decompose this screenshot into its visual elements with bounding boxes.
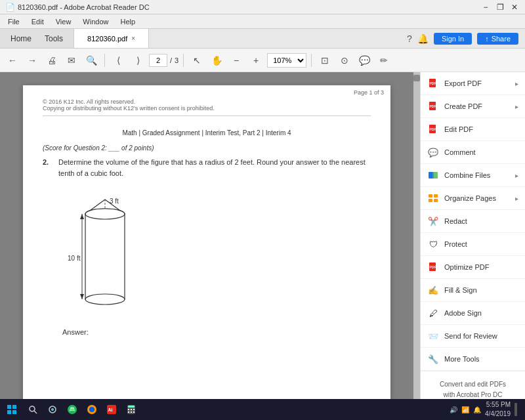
menu-file[interactable]: File bbox=[3, 16, 25, 27]
send-review-icon: 📨 bbox=[427, 330, 439, 342]
panel-adobe-sign[interactable]: 🖊 Adobe Sign bbox=[421, 302, 525, 325]
spotify-icon bbox=[67, 404, 77, 415]
search-taskbar-icon bbox=[28, 405, 37, 414]
panel-send-review[interactable]: 📨 Send for Review bbox=[421, 325, 525, 348]
optimize-label: Optimize PDF bbox=[444, 263, 518, 271]
panel-fill-sign[interactable]: ✍️ Fill & Sign bbox=[421, 279, 525, 302]
panel-combine[interactable]: Combine Files ▸ bbox=[421, 164, 525, 187]
organize-arrow: ▸ bbox=[515, 195, 518, 202]
firefox-button[interactable] bbox=[83, 400, 101, 419]
notification-icon[interactable]: 🔔 bbox=[417, 33, 429, 44]
hand-tool[interactable]: ✋ bbox=[208, 52, 225, 69]
zoom-select[interactable]: 107% 50% 75% 100% 125% 150% bbox=[267, 53, 306, 68]
svg-rect-28 bbox=[7, 405, 11, 409]
svg-rect-44 bbox=[131, 409, 132, 410]
svg-marker-11 bbox=[80, 214, 84, 219]
zoom-in-button[interactable]: + bbox=[247, 52, 264, 69]
separator-3 bbox=[311, 54, 312, 67]
svg-rect-47 bbox=[131, 411, 132, 413]
panel-protect[interactable]: 🛡 Protect bbox=[421, 233, 525, 256]
panel-edit-pdf[interactable]: PDF Edit PDF bbox=[421, 118, 525, 141]
signin-button[interactable]: Sign In bbox=[434, 33, 472, 45]
figure-area: 3 ft 2 ft 10 ft bbox=[62, 186, 371, 318]
footer-line1: Convert and edit PDFs bbox=[427, 379, 518, 390]
calculator-icon bbox=[126, 404, 136, 415]
pdf-viewer[interactable]: Page 1 of 3 © 2016 K12 Inc. All rights r… bbox=[0, 72, 413, 399]
page-separator: / bbox=[170, 56, 172, 64]
separator-1 bbox=[104, 54, 105, 67]
fill-sign-icon: ✍️ bbox=[427, 284, 439, 296]
svg-text:PDF: PDF bbox=[430, 127, 436, 131]
zoom-out-button[interactable]: − bbox=[228, 52, 245, 69]
more-tools-label: More Tools bbox=[444, 355, 518, 363]
tab-file[interactable]: 8120360.pdf × bbox=[74, 29, 149, 48]
page-input[interactable] bbox=[149, 54, 167, 67]
notification-taskbar-icon[interactable]: 🔔 bbox=[473, 406, 481, 413]
menu-window[interactable]: Window bbox=[77, 16, 114, 27]
close-button[interactable]: ✕ bbox=[509, 3, 520, 12]
protect-label: Protect bbox=[444, 240, 518, 248]
rotate-button[interactable]: ⊙ bbox=[336, 52, 353, 69]
taskbar-clock[interactable]: 5:55 PM 4/4/2019 bbox=[485, 400, 511, 419]
tab-home[interactable]: Home bbox=[8, 33, 34, 45]
menu-view[interactable]: View bbox=[51, 16, 77, 27]
start-button[interactable] bbox=[3, 400, 21, 419]
show-desktop-button[interactable] bbox=[514, 403, 517, 416]
panel-export-pdf[interactable]: PDF Export PDF ▸ bbox=[421, 72, 525, 95]
calculator-button[interactable] bbox=[122, 400, 140, 419]
svg-point-35 bbox=[51, 408, 54, 411]
panel-comment[interactable]: 💬 Comment bbox=[421, 141, 525, 164]
svg-text:3 ft: 3 ft bbox=[110, 198, 119, 205]
acrobat-taskbar-icon: Ai bbox=[106, 404, 117, 415]
draw-button[interactable]: ✏ bbox=[375, 52, 392, 69]
print-button[interactable]: 🖨 bbox=[43, 52, 60, 69]
help-icon[interactable]: ? bbox=[407, 33, 412, 44]
panel-organize[interactable]: Organize Pages ▸ bbox=[421, 187, 525, 210]
taskbar-date-display: 4/4/2019 bbox=[485, 410, 511, 419]
search-taskbar-button[interactable] bbox=[24, 400, 42, 419]
share-button[interactable]: ↑ Share bbox=[477, 33, 518, 45]
pdf-page: Page 1 of 3 © 2016 K12 Inc. All rights r… bbox=[23, 85, 390, 399]
network-icon[interactable]: 📶 bbox=[461, 406, 469, 413]
svg-rect-31 bbox=[12, 410, 16, 414]
cursor-tool[interactable]: ↖ bbox=[188, 52, 205, 69]
acrobat-button[interactable]: Ai bbox=[102, 400, 121, 419]
comment-button[interactable]: 💬 bbox=[356, 52, 373, 69]
next-page-button[interactable]: ⟩ bbox=[129, 52, 146, 69]
svg-rect-25 bbox=[434, 199, 438, 202]
export-pdf-icon: PDF bbox=[427, 77, 439, 89]
spotify-button[interactable] bbox=[63, 400, 81, 419]
tab-close-button[interactable]: × bbox=[131, 35, 135, 42]
scrollbar[interactable] bbox=[413, 72, 420, 399]
tab-tools[interactable]: Tools bbox=[42, 33, 66, 45]
create-pdf-arrow: ▸ bbox=[515, 103, 518, 110]
search-button[interactable]: 🔍 bbox=[83, 52, 100, 69]
redact-icon: ✂️ bbox=[427, 215, 439, 227]
combine-label: Combine Files bbox=[444, 171, 510, 179]
panel-optimize[interactable]: PDF Optimize PDF bbox=[421, 256, 525, 279]
volume-icon[interactable]: 🔊 bbox=[450, 406, 457, 413]
panel-more-tools[interactable]: 🔧 More Tools bbox=[421, 348, 525, 371]
panel-create-pdf[interactable]: PDF Create PDF ▸ bbox=[421, 95, 525, 118]
menu-bar: File Edit View Window Help bbox=[0, 14, 525, 29]
firefox-icon bbox=[87, 404, 97, 415]
fit-button[interactable]: ⊡ bbox=[316, 52, 333, 69]
menu-help[interactable]: Help bbox=[115, 16, 140, 27]
prev-page-button[interactable]: ⟨ bbox=[110, 52, 127, 69]
svg-point-8 bbox=[85, 294, 125, 304]
comment-icon: 💬 bbox=[427, 146, 439, 158]
menu-edit[interactable]: Edit bbox=[26, 16, 49, 27]
edit-pdf-label: Edit PDF bbox=[444, 125, 518, 133]
fill-sign-label: Fill & Sign bbox=[444, 286, 518, 294]
panel-redact[interactable]: ✂️ Redact bbox=[421, 210, 525, 233]
minimize-button[interactable]: − bbox=[480, 3, 491, 12]
cortana-button[interactable] bbox=[43, 400, 62, 419]
svg-rect-22 bbox=[429, 194, 432, 198]
svg-text:PDF: PDF bbox=[430, 104, 436, 108]
scroll-thumb[interactable] bbox=[413, 75, 420, 81]
email-button[interactable]: ✉ bbox=[63, 52, 80, 69]
back-button[interactable]: ← bbox=[4, 52, 21, 69]
question-number: 2. bbox=[43, 157, 53, 178]
forward-button[interactable]: → bbox=[24, 52, 41, 69]
restore-button[interactable]: ❐ bbox=[495, 3, 505, 12]
